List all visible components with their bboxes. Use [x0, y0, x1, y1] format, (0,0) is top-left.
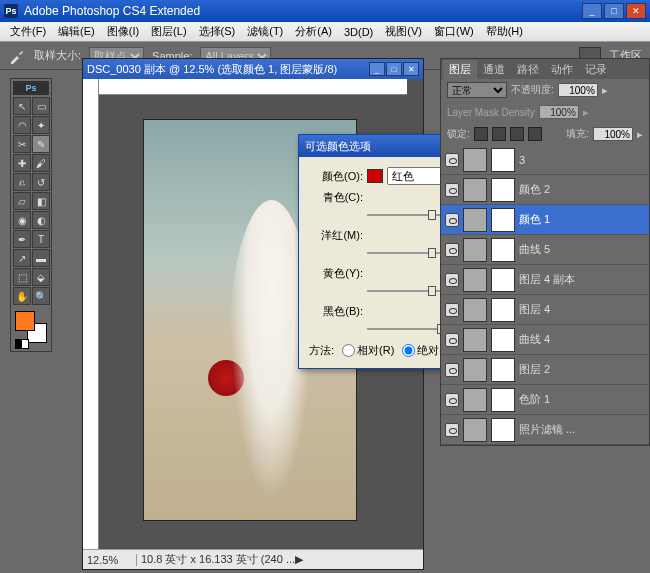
blend-mode-select[interactable]: 正常: [447, 82, 507, 98]
menu-image[interactable]: 图像(I): [101, 22, 145, 41]
eraser-tool[interactable]: ▱: [13, 192, 31, 210]
menu-file[interactable]: 文件(F): [4, 22, 52, 41]
method-relative[interactable]: 相对(R): [342, 343, 394, 358]
move-tool[interactable]: ↖: [13, 97, 31, 115]
pen-tool[interactable]: ✒: [13, 230, 31, 248]
fill-arrow-icon[interactable]: ▸: [637, 128, 643, 141]
lock-all-icon[interactable]: [528, 127, 542, 141]
layer-mask-thumbnail[interactable]: [491, 238, 515, 262]
density-arrow-icon[interactable]: ▸: [583, 106, 589, 119]
lock-pixels-icon[interactable]: [492, 127, 506, 141]
menu-edit[interactable]: 编辑(E): [52, 22, 101, 41]
layer-row[interactable]: 图层 2: [441, 355, 649, 385]
stamp-tool[interactable]: ⎌: [13, 173, 31, 191]
layer-mask-thumbnail[interactable]: [491, 148, 515, 172]
3d-camera-tool[interactable]: ⬙: [32, 268, 50, 286]
visibility-icon[interactable]: [445, 153, 459, 167]
tab-layers[interactable]: 图层: [443, 60, 477, 79]
layer-row[interactable]: 曲线 4: [441, 325, 649, 355]
layer-row[interactable]: 照片滤镜 ...: [441, 415, 649, 445]
fill-input[interactable]: [593, 127, 633, 141]
menu-layer[interactable]: 图层(L): [145, 22, 192, 41]
layer-thumbnail[interactable]: [463, 148, 487, 172]
tab-channels[interactable]: 通道: [477, 60, 511, 79]
lasso-tool[interactable]: ◠: [13, 116, 31, 134]
wand-tool[interactable]: ✦: [32, 116, 50, 134]
layer-mask-thumbnail[interactable]: [491, 298, 515, 322]
doc-maximize-button[interactable]: □: [386, 62, 402, 76]
layer-thumbnail[interactable]: [463, 418, 487, 442]
marquee-tool[interactable]: ▭: [32, 97, 50, 115]
layer-row[interactable]: 颜色 2: [441, 175, 649, 205]
menu-view[interactable]: 视图(V): [379, 22, 428, 41]
close-button[interactable]: ✕: [626, 3, 646, 19]
menu-window[interactable]: 窗口(W): [428, 22, 480, 41]
lock-transparency-icon[interactable]: [474, 127, 488, 141]
tab-history[interactable]: 记录: [579, 60, 613, 79]
visibility-icon[interactable]: [445, 423, 459, 437]
density-input[interactable]: [539, 105, 579, 119]
layer-mask-thumbnail[interactable]: [491, 208, 515, 232]
menu-analysis[interactable]: 分析(A): [289, 22, 338, 41]
layer-thumbnail[interactable]: [463, 268, 487, 292]
layer-thumbnail[interactable]: [463, 208, 487, 232]
hand-tool[interactable]: ✋: [13, 287, 31, 305]
dodge-tool[interactable]: ◐: [32, 211, 50, 229]
layer-thumbnail[interactable]: [463, 388, 487, 412]
layer-thumbnail[interactable]: [463, 178, 487, 202]
blur-tool[interactable]: ◉: [13, 211, 31, 229]
menu-help[interactable]: 帮助(H): [480, 22, 529, 41]
visibility-icon[interactable]: [445, 333, 459, 347]
gradient-tool[interactable]: ◧: [32, 192, 50, 210]
menu-select[interactable]: 选择(S): [193, 22, 242, 41]
layer-mask-thumbnail[interactable]: [491, 388, 515, 412]
maximize-button[interactable]: □: [604, 3, 624, 19]
zoom-level[interactable]: 12.5%: [87, 554, 137, 566]
doc-close-button[interactable]: ✕: [403, 62, 419, 76]
menu-filter[interactable]: 滤镜(T): [241, 22, 289, 41]
visibility-icon[interactable]: [445, 393, 459, 407]
zoom-tool[interactable]: 🔍: [32, 287, 50, 305]
eyedropper-tool[interactable]: ✎: [32, 135, 50, 153]
visibility-icon[interactable]: [445, 273, 459, 287]
layer-row[interactable]: 色阶 1: [441, 385, 649, 415]
layer-row[interactable]: 图层 4: [441, 295, 649, 325]
visibility-icon[interactable]: [445, 183, 459, 197]
visibility-icon[interactable]: [445, 303, 459, 317]
layer-row[interactable]: 图层 4 副本: [441, 265, 649, 295]
layer-row[interactable]: 颜色 1: [441, 205, 649, 235]
layer-thumbnail[interactable]: [463, 328, 487, 352]
layer-mask-thumbnail[interactable]: [491, 418, 515, 442]
foreground-color-swatch[interactable]: [15, 311, 35, 331]
visibility-icon[interactable]: [445, 243, 459, 257]
visibility-icon[interactable]: [445, 363, 459, 377]
minimize-button[interactable]: _: [582, 3, 602, 19]
layer-thumbnail[interactable]: [463, 358, 487, 382]
visibility-icon[interactable]: [445, 213, 459, 227]
3d-tool[interactable]: ⬚: [13, 268, 31, 286]
layer-mask-thumbnail[interactable]: [491, 328, 515, 352]
history-brush-tool[interactable]: ↺: [32, 173, 50, 191]
layer-thumbnail[interactable]: [463, 298, 487, 322]
tab-actions[interactable]: 动作: [545, 60, 579, 79]
default-colors-icon[interactable]: [15, 339, 29, 349]
layer-thumbnail[interactable]: [463, 238, 487, 262]
tab-paths[interactable]: 路径: [511, 60, 545, 79]
lock-position-icon[interactable]: [510, 127, 524, 141]
shape-tool[interactable]: ▬: [32, 249, 50, 267]
opacity-arrow-icon[interactable]: ▸: [602, 84, 608, 97]
layer-row[interactable]: 曲线 5: [441, 235, 649, 265]
layer-mask-thumbnail[interactable]: [491, 358, 515, 382]
brush-tool[interactable]: 🖌: [32, 154, 50, 172]
doc-minimize-button[interactable]: _: [369, 62, 385, 76]
heal-tool[interactable]: ✚: [13, 154, 31, 172]
layer-mask-thumbnail[interactable]: [491, 268, 515, 292]
menu-3d[interactable]: 3D(D): [338, 24, 379, 40]
statusbar-arrow-icon[interactable]: ▶: [295, 553, 303, 566]
crop-tool[interactable]: ✂: [13, 135, 31, 153]
path-tool[interactable]: ↗: [13, 249, 31, 267]
layer-row[interactable]: 3: [441, 145, 649, 175]
layer-mask-thumbnail[interactable]: [491, 178, 515, 202]
opacity-input[interactable]: [558, 83, 598, 97]
type-tool[interactable]: T: [32, 230, 50, 248]
